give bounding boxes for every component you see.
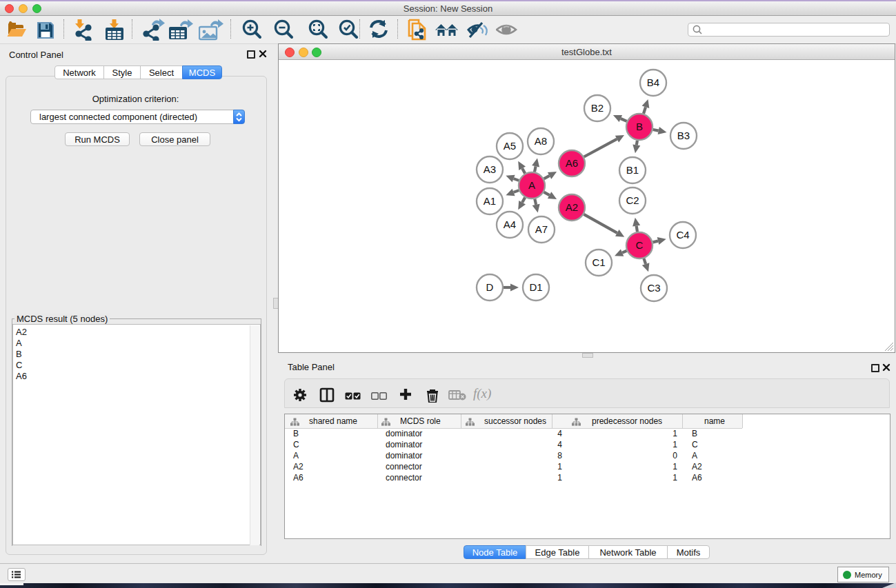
svg-text:A3: A3 [484,163,496,175]
svg-text:A7: A7 [535,223,548,235]
svg-text:A1: A1 [484,195,496,207]
svg-text:C1: C1 [592,256,605,268]
svg-text:B3: B3 [677,130,690,141]
svg-text:A5: A5 [504,140,516,152]
svg-text:A4: A4 [504,219,516,230]
svg-text:B2: B2 [591,102,604,114]
svg-text:A: A [528,179,535,191]
svg-text:B1: B1 [626,164,639,176]
svg-text:B: B [636,121,643,132]
svg-text:A6: A6 [566,157,578,169]
svg-text:C: C [636,239,644,251]
svg-text:D: D [486,281,494,293]
svg-text:A8: A8 [535,135,547,147]
svg-text:A2: A2 [566,201,578,213]
svg-text:C2: C2 [626,194,639,206]
svg-text:B4: B4 [647,77,659,88]
svg-text:D1: D1 [529,281,542,293]
svg-text:C3: C3 [647,282,660,294]
svg-text:C4: C4 [676,229,689,241]
